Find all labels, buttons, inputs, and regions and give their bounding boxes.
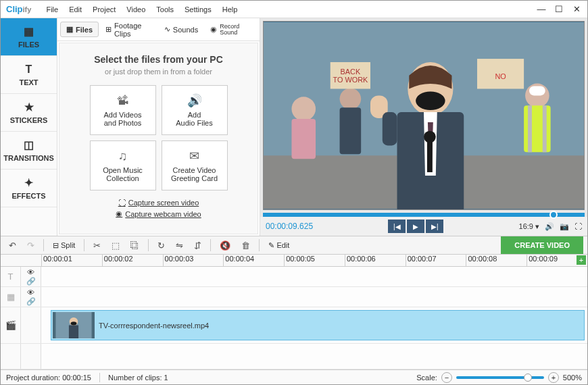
tile-line: Add Videos — [103, 111, 141, 119]
nav-transitions[interactable]: ◫ TRANSITIONS — [1, 132, 57, 170]
prev-button[interactable]: |◀ — [388, 220, 406, 233]
audio-track — [1, 344, 587, 369]
visibility-icon[interactable]: 👁 — [27, 288, 34, 297]
copy-button[interactable]: ⿻ — [126, 238, 143, 253]
menu-project[interactable]: Project — [87, 5, 121, 14]
split-icon: ⊟ — [53, 241, 59, 250]
undo-button[interactable]: ↶ — [5, 238, 20, 253]
tile-line: Create Video — [172, 166, 216, 174]
menu-file[interactable]: File — [41, 5, 64, 14]
tile-music-collection[interactable]: ♫Open MusicCollection — [90, 140, 156, 190]
separator — [259, 239, 260, 251]
svg-point-2 — [291, 97, 316, 121]
flip-v-button[interactable]: ⇵ — [190, 238, 205, 253]
svg-point-28 — [71, 322, 77, 325]
svg-text:BACK: BACK — [341, 68, 361, 76]
menu-settings[interactable]: Settings — [179, 5, 217, 14]
app-logo: Clipify — [6, 4, 31, 14]
nav-effects[interactable]: ✦ EFFECTS — [1, 170, 57, 207]
separator — [210, 239, 211, 251]
video-clip[interactable]: TV-corrrespondent-newsreel.mp4 — [51, 310, 585, 340]
svg-point-17 — [416, 91, 445, 110]
upper-area: ▦ FILES T TEXT ★ STICKERS ◫ TRANSITIONS … — [1, 18, 587, 236]
capture-screen-link[interactable]: ⛶Capture screen video — [118, 199, 199, 207]
audio-icon: 🔊 — [187, 93, 202, 108]
track-body[interactable]: TV-corrrespondent-newsreel.mp4 — [41, 307, 587, 343]
cut-button[interactable]: ✂ — [89, 238, 105, 253]
link-icon[interactable]: 🔗 — [26, 277, 36, 286]
ruler-tick: 00:00:07 — [406, 255, 466, 266]
close-button[interactable]: ✕ — [568, 3, 585, 16]
tab-label: Footage Clips — [114, 22, 152, 38]
stickers-icon: ★ — [24, 101, 34, 113]
mute-button[interactable]: 🔇 — [216, 238, 235, 253]
menu-help[interactable]: Help — [217, 5, 243, 14]
add-track-button[interactable]: + — [577, 255, 586, 265]
track-body[interactable] — [41, 344, 587, 369]
split-button[interactable]: ⊟Split — [49, 239, 79, 252]
nav-files[interactable]: ▦ FILES — [1, 18, 57, 56]
link-icon[interactable]: 🔗 — [26, 297, 36, 306]
zoom-slider[interactable] — [456, 376, 544, 379]
preview-right-controls: 16:9 ▾ 🔊 📷 ⛶ — [519, 222, 582, 231]
rotate-button[interactable]: ↻ — [153, 238, 169, 253]
left-nav: ▦ FILES T TEXT ★ STICKERS ◫ TRANSITIONS … — [1, 18, 57, 236]
fullscreen-icon[interactable]: ⛶ — [574, 222, 582, 230]
sounds-icon: ∿ — [164, 25, 170, 34]
edit-button[interactable]: ✎Edit — [264, 239, 293, 252]
redo-button[interactable]: ↷ — [23, 238, 39, 253]
snapshot-icon[interactable]: 📷 — [560, 222, 569, 231]
nav-label: TEXT — [19, 78, 38, 86]
nav-text[interactable]: T TEXT — [1, 56, 57, 94]
track-body[interactable] — [41, 287, 587, 307]
crop-button[interactable]: ⬚ — [107, 238, 124, 253]
volume-icon[interactable]: 🔊 — [545, 222, 554, 231]
menu-video[interactable]: Video — [121, 5, 151, 14]
time-ruler[interactable]: 00:00:01 00:00:02 00:00:03 00:00:04 00:0… — [1, 255, 587, 267]
nav-stickers[interactable]: ★ STICKERS — [1, 94, 57, 132]
tile-greeting-card[interactable]: ✉Create VideoGreeting Card — [162, 140, 228, 190]
btn-label: Edit — [276, 241, 289, 249]
tab-record[interactable]: ◉Record Sound — [205, 21, 257, 38]
create-video-button[interactable]: CREATE VIDEO — [501, 236, 583, 254]
next-button[interactable]: ▶| — [426, 220, 443, 233]
transitions-icon: ◫ — [24, 138, 34, 151]
tab-label: Sounds — [173, 26, 198, 34]
flip-h-button[interactable]: ⇋ — [172, 238, 187, 253]
tab-files[interactable]: ▦Files — [60, 22, 99, 37]
music-icon: ♫ — [118, 149, 128, 163]
zoom-in-button[interactable]: + — [548, 372, 559, 383]
menu-edit[interactable]: Edit — [64, 5, 87, 14]
tab-footage[interactable]: ⊞Footage Clips — [100, 19, 157, 41]
tab-sounds[interactable]: ∿Sounds — [159, 22, 203, 36]
files-drop-area[interactable]: Select the files from your PC or just dr… — [59, 43, 258, 234]
ruler-tick: 00:00:08 — [466, 255, 526, 266]
scale-value: 500% — [563, 374, 582, 382]
aspect-ratio[interactable]: 16:9 ▾ — [519, 222, 539, 231]
files-panel: ▦Files ⊞Footage Clips ∿Sounds ◉Record So… — [57, 18, 260, 236]
track-body[interactable] — [41, 267, 587, 286]
svg-rect-12 — [529, 86, 545, 96]
overlay-track-icon: ▦ — [1, 287, 21, 307]
play-button[interactable]: ▶ — [407, 220, 424, 233]
minimize-button[interactable]: — — [533, 3, 549, 16]
capture-webcam-link[interactable]: ◉Capture webcam video — [116, 209, 201, 218]
tile-add-audio[interactable]: 🔊AddAudio Files — [162, 85, 228, 135]
menu-tools[interactable]: Tools — [151, 5, 179, 14]
tile-add-videos[interactable]: 📽Add Videosand Photos — [90, 85, 156, 135]
separator — [84, 239, 84, 251]
visibility-icon[interactable]: 👁 — [27, 268, 34, 276]
zoom-handle[interactable] — [524, 374, 532, 382]
scrub-bar[interactable] — [263, 213, 585, 217]
maximize-button[interactable]: ☐ — [551, 3, 567, 16]
tracks: T 👁🔗 ▦ 👁🔗 🎬 TV-corrrespondent-newsreel.m… — [1, 267, 587, 369]
files-tabs: ▦Files ⊞Footage Clips ∿Sounds ◉Record So… — [57, 18, 260, 41]
screen-icon: ⛶ — [118, 199, 126, 207]
clips-label: Number of clips: 1 — [108, 374, 168, 382]
delete-button[interactable]: 🗑 — [237, 238, 254, 253]
scrub-handle[interactable] — [549, 211, 558, 219]
video-preview[interactable]: BACKTO WORK NO — [263, 21, 585, 210]
playback-buttons: |◀ ▶ ▶| — [388, 220, 443, 233]
link-text: Capture webcam video — [125, 210, 201, 218]
zoom-out-button[interactable]: − — [441, 372, 452, 383]
